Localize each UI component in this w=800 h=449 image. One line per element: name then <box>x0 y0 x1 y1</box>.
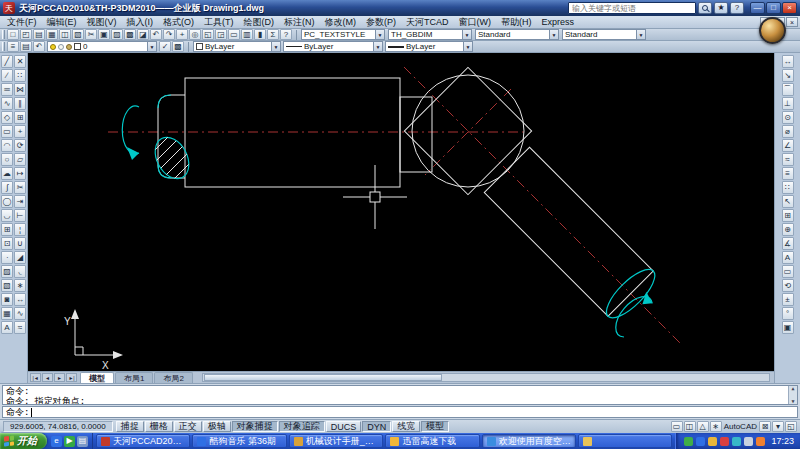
mirror-icon[interactable]: ⋈ <box>14 83 26 96</box>
revcloud-icon[interactable]: ☁ <box>1 167 13 180</box>
show-desktop-quicklaunch-icon[interactable]: ▤ <box>77 436 88 447</box>
cut-icon[interactable]: ✂ <box>85 29 97 40</box>
rectangle-icon[interactable]: ▭ <box>1 125 13 138</box>
command-scrollbar[interactable]: ▲ ▼ <box>788 386 797 404</box>
tab-scroll-button[interactable]: ►| <box>66 373 77 382</box>
lengthen-icon[interactable]: ↔ <box>14 293 26 306</box>
tolerance-icon[interactable]: ⊞ <box>782 209 794 222</box>
help-icon[interactable]: ? <box>280 29 292 40</box>
infocenter-help-icon[interactable]: ? <box>730 2 744 14</box>
multiline-icon[interactable]: ═ <box>1 83 13 96</box>
network-tray-icon[interactable] <box>732 437 741 446</box>
menu-item[interactable]: 修改(M) <box>320 16 362 28</box>
stretch-icon[interactable]: ↦ <box>14 167 26 180</box>
offset-icon[interactable]: ∥ <box>14 97 26 110</box>
chevron-down-icon[interactable]: ▼ <box>636 30 645 39</box>
layer-match-icon[interactable]: ▩ <box>172 41 184 52</box>
tolerance-symbol-icon[interactable]: ± <box>782 293 794 306</box>
break-at-point-icon[interactable]: ⊢ <box>14 209 26 222</box>
baseline-dimension-icon[interactable]: ≡ <box>782 167 794 180</box>
ducs-toggle[interactable]: DUCS <box>326 421 362 432</box>
insert-block-icon[interactable]: ⊞ <box>1 223 13 236</box>
task-folder[interactable] <box>578 434 672 448</box>
rotate-icon[interactable]: ⟳ <box>14 139 26 152</box>
tab-scroll-button[interactable]: |◄ <box>30 373 41 382</box>
undo-icon[interactable]: ↶ <box>150 29 162 40</box>
snap-toggle[interactable]: 捕捉 <box>116 421 144 432</box>
tab-model[interactable]: 模型 <box>80 372 114 383</box>
color-combo[interactable]: ByLayer ▼ <box>193 41 281 52</box>
chevron-down-icon[interactable]: ▼ <box>373 42 382 51</box>
task-pccad[interactable]: 天河PCCAD2010&T... <box>96 434 190 448</box>
scroll-up-icon[interactable]: ▲ <box>791 386 794 391</box>
linear-dimension-icon[interactable]: ↔ <box>782 55 794 68</box>
quickcalc-icon[interactable]: Σ <box>267 29 279 40</box>
tab-layout2[interactable]: 布局2 <box>154 372 192 383</box>
chevron-down-icon[interactable]: ▼ <box>375 30 384 39</box>
osnap-toggle[interactable]: 对象捕捉 <box>232 421 278 432</box>
plot-preview-icon[interactable]: ◫ <box>59 29 71 40</box>
arc-length-dimension-icon[interactable]: ⌒ <box>782 83 794 96</box>
table-style-combo[interactable]: Standard ▼ <box>475 29 559 40</box>
workspace-switch-icon[interactable]: ∗ <box>710 421 722 432</box>
mtext-icon[interactable]: A <box>1 321 13 334</box>
multileader-icon[interactable]: ↖ <box>782 195 794 208</box>
center-mark-icon[interactable]: ⊕ <box>782 223 794 236</box>
edit-polyline-icon[interactable]: ∿ <box>14 307 26 320</box>
pan-icon[interactable]: + <box>176 29 188 40</box>
menu-item[interactable]: 编辑(E) <box>42 16 82 28</box>
menu-item[interactable]: 插入(I) <box>122 16 159 28</box>
otrack-toggle[interactable]: 对象追踪 <box>279 421 325 432</box>
download-tray-icon[interactable] <box>708 437 717 446</box>
im-tray-icon[interactable] <box>696 437 705 446</box>
plot-icon[interactable]: ▦ <box>46 29 58 40</box>
match-properties-icon[interactable]: ▩ <box>124 29 136 40</box>
menu-item[interactable]: Express <box>537 16 580 28</box>
properties-icon[interactable]: ▭ <box>228 29 240 40</box>
layer-properties-icon[interactable]: ≡ <box>7 41 19 52</box>
ellipse-icon[interactable]: ◯ <box>1 195 13 208</box>
angular-dimension-icon[interactable]: ∠ <box>782 139 794 152</box>
menu-item[interactable]: 标注(N) <box>279 16 320 28</box>
make-layer-current-icon[interactable]: ✓ <box>159 41 171 52</box>
task-baidu[interactable]: 欢迎使用百度空间管家 <box>482 434 576 448</box>
trim-icon[interactable]: ✂ <box>14 181 26 194</box>
arc-icon[interactable]: ◠ <box>1 139 13 152</box>
make-block-icon[interactable]: ⊡ <box>1 237 13 250</box>
annotation-scale-icon[interactable]: △ <box>697 421 709 432</box>
fillet-icon[interactable]: ◟ <box>14 265 26 278</box>
start-button[interactable]: 开始 <box>0 433 47 449</box>
menu-item[interactable]: 格式(O) <box>158 16 199 28</box>
quick-dimension-icon[interactable]: ≈ <box>782 153 794 166</box>
security-tray-icon[interactable] <box>720 437 729 446</box>
maximize-button[interactable]: □ <box>766 2 781 14</box>
task-thunder[interactable]: 迅雷高速下载 <box>385 434 479 448</box>
copy-object-icon[interactable]: ∷ <box>14 69 26 82</box>
circle-icon[interactable]: ○ <box>1 153 13 166</box>
task-kugou[interactable]: 酷狗音乐 第36期 <box>192 434 286 448</box>
chevron-down-icon[interactable]: ▼ <box>271 42 280 51</box>
task-manual[interactable]: 机械设计手册_第... <box>289 434 383 448</box>
dimension-style-icon[interactable]: ▭ <box>782 265 794 278</box>
array-icon[interactable]: ⊞ <box>14 111 26 124</box>
polyline-icon[interactable]: ∿ <box>1 97 13 110</box>
paste-icon[interactable]: ▨ <box>111 29 123 40</box>
zoom-previous-icon[interactable]: ◲ <box>215 29 227 40</box>
new-icon[interactable]: □ <box>7 29 19 40</box>
lineweight-combo[interactable]: ByLayer ▼ <box>385 41 473 52</box>
extend-icon[interactable]: ⇥ <box>14 195 26 208</box>
multileader-style-combo[interactable]: Standard ▼ <box>562 29 646 40</box>
tool-palettes-icon[interactable]: ▮ <box>254 29 266 40</box>
scrollbar-thumb[interactable] <box>204 374 442 381</box>
toolbar-lock-icon[interactable]: ⊠ <box>759 421 771 432</box>
linetype-combo[interactable]: ByLayer ▼ <box>283 41 383 52</box>
menu-item[interactable]: 帮助(H) <box>496 16 537 28</box>
gradient-icon[interactable]: ▧ <box>1 279 13 292</box>
ellipse-arc-icon[interactable]: ◡ <box>1 209 13 222</box>
layer-combo[interactable]: 0 ▼ <box>47 41 157 52</box>
dimension-update-icon[interactable]: ⟲ <box>782 279 794 292</box>
aligned-dimension-icon[interactable]: ↘ <box>782 69 794 82</box>
menu-item[interactable]: 天河TCAD <box>401 16 454 28</box>
copy-icon[interactable]: ▣ <box>98 29 110 40</box>
minimize-button[interactable]: — <box>750 2 765 14</box>
